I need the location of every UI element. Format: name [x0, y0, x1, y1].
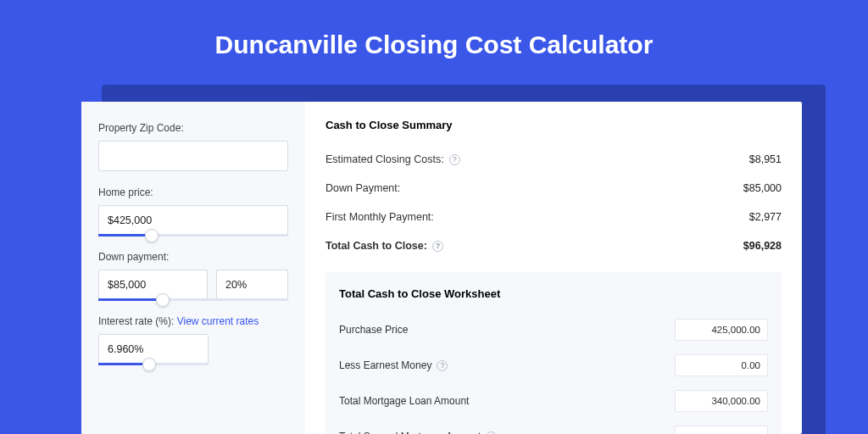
worksheet-row-label: Less Earnest Money: [339, 359, 431, 371]
worksheet-row: Less Earnest Money ?: [339, 348, 768, 383]
summary-row: Down Payment: $85,000: [326, 174, 782, 203]
page-title: Duncanville Closing Cost Calculator: [0, 0, 868, 85]
summary-total-value: $96,928: [743, 240, 782, 252]
worksheet-value-input[interactable]: [675, 426, 768, 434]
summary-row-value: $8,951: [749, 153, 782, 165]
summary-row-label: Down Payment:: [326, 182, 400, 194]
summary-row: Estimated Closing Costs: ? $8,951: [326, 145, 782, 174]
worksheet-value-input[interactable]: [675, 319, 768, 341]
zip-input[interactable]: [98, 141, 288, 171]
worksheet-title: Total Cash to Close Worksheet: [339, 287, 768, 300]
worksheet-row: Purchase Price: [339, 312, 768, 348]
summary-row-label: Estimated Closing Costs:: [326, 153, 444, 165]
interest-label: Interest rate (%):: [98, 315, 174, 327]
slider-thumb[interactable]: [142, 358, 156, 371]
worksheet-row: Total Second Mortgage Amount ?: [339, 419, 768, 434]
worksheet-row: Total Mortgage Loan Amount: [339, 383, 768, 419]
help-icon[interactable]: ?: [449, 154, 460, 165]
summary-row-value: $2,977: [749, 211, 782, 223]
summary-title: Cash to Close Summary: [326, 119, 782, 131]
slider-thumb[interactable]: [145, 229, 159, 242]
down-payment-label: Down payment:: [98, 251, 288, 263]
interest-label-row: Interest rate (%): View current rates: [98, 315, 288, 327]
interest-slider[interactable]: [98, 334, 209, 364]
slider-thumb[interactable]: [156, 293, 170, 307]
home-price-field-group: Home price:: [98, 186, 288, 236]
view-rates-link[interactable]: View current rates: [177, 315, 259, 327]
worksheet-value-input[interactable]: [675, 354, 768, 376]
interest-field-group: Interest rate (%): View current rates: [98, 315, 288, 364]
summary-row: First Monthly Payment: $2,977: [326, 203, 782, 231]
zip-field-group: Property Zip Code:: [98, 122, 288, 171]
worksheet-row-label: Total Second Mortgage Amount: [339, 431, 481, 434]
help-icon[interactable]: ?: [437, 360, 448, 371]
down-payment-slider[interactable]: [98, 270, 288, 300]
worksheet-panel: Total Cash to Close Worksheet Purchase P…: [326, 272, 782, 434]
down-payment-input[interactable]: [98, 270, 208, 300]
slider-fill: [98, 298, 163, 301]
summary-total-label: Total Cash to Close:: [326, 240, 427, 252]
slider-fill: [98, 234, 152, 236]
help-icon[interactable]: ?: [486, 431, 497, 435]
calculator-card: Property Zip Code: Home price: Down paym…: [81, 102, 802, 434]
summary-row-value: $85,000: [743, 182, 782, 194]
home-price-input[interactable]: [98, 205, 288, 236]
help-icon[interactable]: ?: [432, 241, 443, 252]
down-payment-pct-input[interactable]: [216, 270, 288, 300]
inputs-panel: Property Zip Code: Home price: Down paym…: [81, 102, 305, 434]
worksheet-row-label: Total Mortgage Loan Amount: [339, 395, 469, 407]
down-payment-field-group: Down payment:: [98, 251, 288, 300]
worksheet-row-label: Purchase Price: [339, 324, 408, 336]
summary-row-label: First Monthly Payment:: [326, 211, 434, 223]
home-price-label: Home price:: [98, 186, 288, 198]
zip-label: Property Zip Code:: [98, 122, 288, 134]
home-price-slider[interactable]: [98, 205, 288, 236]
worksheet-value-input[interactable]: [675, 390, 768, 412]
summary-panel: Cash to Close Summary Estimated Closing …: [305, 102, 802, 434]
summary-total-row: Total Cash to Close: ? $96,928: [326, 231, 782, 260]
